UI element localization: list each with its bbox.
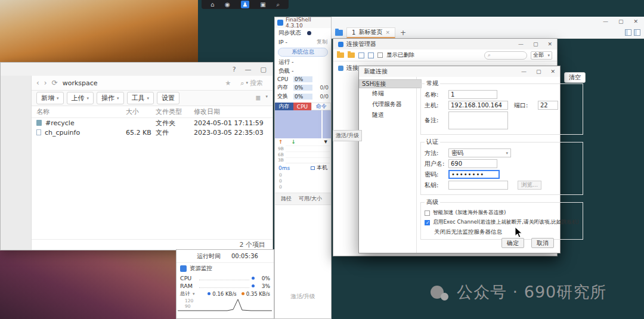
general-section: 常规 名称: 主机: 端口: 备注: <box>420 79 583 135</box>
smart-accel-checkbox[interactable] <box>425 210 430 216</box>
total-label[interactable]: 总计 <box>180 290 190 298</box>
minimize-icon[interactable]: — <box>521 69 527 75</box>
tab-close-icon[interactable]: × <box>385 29 390 35</box>
users-icon[interactable]: ♟ <box>241 1 250 8</box>
tree-item-tunnel[interactable]: 隧道 <box>359 110 416 120</box>
connection-manager-icon <box>338 42 343 47</box>
new-button[interactable]: 新增▾ <box>36 92 64 104</box>
copy-button[interactable]: 复制 <box>317 38 327 46</box>
username-field[interactable] <box>448 159 497 168</box>
detail-view-icon[interactable] <box>368 52 374 58</box>
home-icon[interactable]: ⌂ <box>210 1 214 8</box>
remark-field[interactable] <box>448 112 508 129</box>
maximize-icon[interactable]: ▢ <box>261 66 267 73</box>
list-view-icon[interactable]: ≣ <box>255 94 261 102</box>
chevron-down-icon[interactable]: ▾ <box>193 292 195 296</box>
sync-status-label: 同步状态 <box>278 29 301 37</box>
password-label: 密码: <box>425 171 448 179</box>
auth-section: 认证 方法: 密码 ▾ 用户名: 密码: <box>420 138 583 195</box>
back-button[interactable]: ‹ <box>36 79 39 87</box>
maximize-icon[interactable]: ▢ <box>533 41 538 47</box>
close-icon[interactable]: ✕ <box>550 69 555 75</box>
dialog-tree: SSH连接 终端 代理服务器 隧道 <box>359 77 417 253</box>
filter-dropdown[interactable]: 全部 ▾ <box>531 51 552 60</box>
layout-left-icon[interactable] <box>625 29 631 36</box>
settings-button[interactable]: 设置 <box>157 92 179 104</box>
smart-accel-label: 智能加速 (加速海外服务器连接) <box>433 209 506 216</box>
monitor-icon[interactable]: ▣ <box>260 1 265 8</box>
tab-cpu[interactable]: CPU <box>293 103 312 110</box>
activate-upgrade-link[interactable]: 激活/升级 <box>275 293 331 301</box>
dialog-title: 新建连接 <box>364 67 388 76</box>
tools-button[interactable]: 工具▾ <box>127 92 154 104</box>
tab-memory[interactable]: 内存 <box>275 103 293 110</box>
upload-speed: 0.16 KB/s <box>212 291 236 297</box>
connection-search-box[interactable]: ⌕ <box>484 51 527 60</box>
network-chart-area <box>286 145 330 163</box>
tab-new-tab[interactable]: 1 新标签页 × <box>346 27 395 38</box>
folder-icon[interactable] <box>335 30 343 36</box>
maximize-icon[interactable]: ▢ <box>618 18 624 24</box>
minimize-icon[interactable]: — <box>518 41 524 47</box>
cancel-button[interactable]: 取消 <box>531 238 554 248</box>
password-field[interactable] <box>448 170 500 179</box>
finalshell-main-window: — ▢ ✕ 1 新标签页 × + <box>332 17 644 39</box>
layout-right-icon[interactable] <box>634 29 640 36</box>
tab-command[interactable]: 命令 <box>311 103 331 110</box>
tree-item-ssh[interactable]: SSH连接 <box>359 79 422 88</box>
column-date[interactable]: 修改日期 <box>194 107 273 116</box>
maximize-icon[interactable]: ▢ <box>536 69 541 75</box>
disk-size-column[interactable]: 可用/大小 <box>299 195 322 203</box>
ok-button[interactable]: 确定 <box>501 238 524 248</box>
net-scale-label: 6B <box>278 152 284 157</box>
minimize-icon[interactable]: — <box>245 66 252 73</box>
finalshell-titlebar: FinalShell 4.3.10 <box>275 17 331 28</box>
port-field[interactable] <box>538 101 558 110</box>
advanced-section: 高级 智能加速 (加速海外服务器连接) 启用Exec Channel(若连接上就… <box>420 198 583 240</box>
refresh-button[interactable]: ⟳ <box>52 79 58 87</box>
search-icon: ⌕ <box>488 52 491 58</box>
ping-chart: 0 0 0 <box>275 172 331 190</box>
column-size[interactable]: 大小 <box>126 107 156 116</box>
method-select[interactable]: 密码 ▾ <box>448 148 511 157</box>
search-box[interactable]: ⌕▾ 搜索 <box>240 79 263 88</box>
close-icon[interactable]: ✕ <box>547 41 552 47</box>
connection-manager-titlebar: 连接管理器 — ▢ ✕ <box>333 39 557 49</box>
show-deleted-checkbox[interactable] <box>377 52 383 58</box>
actions-button[interactable]: 操作▾ <box>97 92 124 104</box>
activate-upgrade-link[interactable]: 激活/升级 <box>333 130 362 141</box>
name-field[interactable] <box>448 90 497 99</box>
upload-button[interactable]: 上传▾ <box>67 92 94 104</box>
exec-channel-checkbox[interactable] <box>425 220 430 225</box>
table-row[interactable]: ch_cpuinfo 65.2 KB 文件 2023-03-05 22:35:0… <box>32 128 273 137</box>
cpu-stat-row: CPU 0% <box>275 76 331 83</box>
table-row[interactable]: #recycle 文件夹 2024-05-01 17:11:59 <box>32 118 273 128</box>
breadcrumb[interactable]: workspace <box>63 79 98 87</box>
advanced-note: 关闭后无法监控服务器信息 <box>425 228 579 236</box>
new-folder-icon[interactable] <box>337 52 344 58</box>
tree-item-terminal[interactable]: 终端 <box>359 88 416 99</box>
folder-icon[interactable] <box>348 52 355 58</box>
favorite-icon[interactable]: ★ <box>225 79 231 87</box>
dropdown-icon[interactable]: ▼ <box>324 140 327 144</box>
help-icon[interactable]: ? <box>233 66 236 73</box>
minimize-icon[interactable]: — <box>603 18 608 24</box>
chart-scale-label: 90 <box>185 303 193 309</box>
column-name[interactable]: 名称 <box>36 107 126 116</box>
close-icon[interactable]: ✕ <box>633 18 638 24</box>
system-info-button[interactable]: 系统信息 <box>278 48 328 57</box>
tree-item-proxy[interactable]: 代理服务器 <box>359 99 416 110</box>
search-icon[interactable]: ⌕ <box>276 1 280 8</box>
grid-view-icon[interactable] <box>358 52 364 58</box>
globe-icon[interactable]: ◉ <box>225 1 230 8</box>
mouse-cursor <box>515 227 523 239</box>
chevron-down-icon[interactable]: ▾ <box>265 94 268 102</box>
browse-button[interactable]: 浏览... <box>518 181 541 190</box>
column-type[interactable]: 文件类型 <box>156 107 194 116</box>
new-tab-button[interactable]: + <box>400 29 406 37</box>
host-field[interactable] <box>448 101 508 110</box>
net-scale-label: 9B <box>278 146 284 151</box>
private-key-field[interactable] <box>448 181 508 190</box>
disk-path-column[interactable]: 路径 <box>281 195 292 203</box>
forward-button[interactable]: › <box>44 79 47 87</box>
